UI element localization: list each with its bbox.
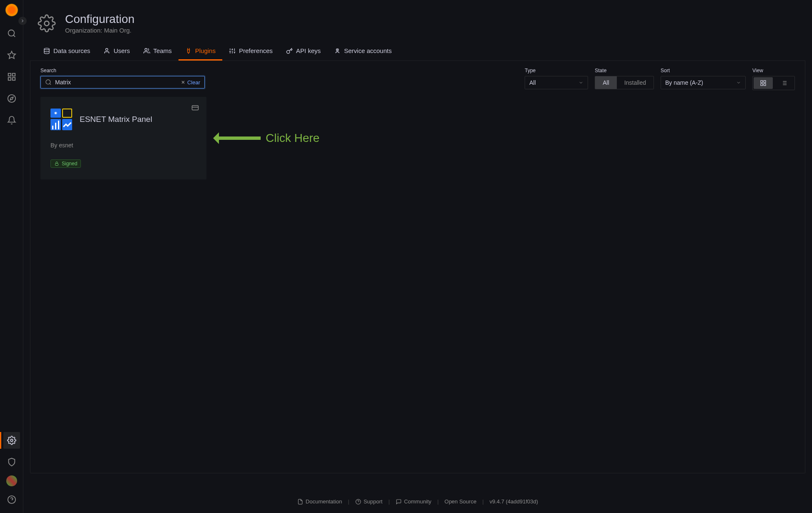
- chat-icon: [396, 499, 402, 505]
- state-label: State: [595, 68, 654, 73]
- tab-bar: Data sources Users Teams Plugins Prefere…: [30, 42, 805, 61]
- svg-point-14: [106, 48, 108, 51]
- tab-teams[interactable]: Teams: [137, 42, 178, 61]
- svg-rect-6: [8, 78, 10, 80]
- view-label: View: [752, 68, 795, 73]
- plugin-card[interactable]: ◉ ESNET Matrix Panel By esnet Signed: [40, 97, 206, 179]
- svg-rect-41: [55, 164, 58, 166]
- sort-select[interactable]: By name (A-Z): [661, 76, 746, 89]
- svg-point-0: [8, 30, 14, 36]
- help-icon: [355, 499, 361, 505]
- svg-rect-31: [761, 81, 763, 83]
- filter-bar: Search Clear Type All: [40, 68, 795, 90]
- help-icon[interactable]: [3, 491, 20, 508]
- tab-api-keys[interactable]: API keys: [279, 42, 327, 61]
- close-icon: [181, 80, 186, 85]
- svg-point-12: [45, 21, 49, 25]
- chevron-down-icon: [578, 80, 583, 85]
- footer-open-source[interactable]: Open Source: [445, 498, 477, 505]
- list-view-button[interactable]: [774, 77, 794, 89]
- state-installed-button[interactable]: Installed: [617, 76, 654, 89]
- list-icon: [781, 80, 787, 86]
- state-radio-group: All Installed: [595, 76, 654, 89]
- svg-rect-5: [12, 78, 15, 80]
- shield-icon[interactable]: [3, 454, 20, 470]
- svg-point-13: [44, 48, 49, 50]
- footer-version[interactable]: v9.4.7 (4add91f03d): [490, 498, 538, 505]
- svg-point-9: [10, 439, 13, 442]
- tab-preferences[interactable]: Preferences: [222, 42, 279, 61]
- grid-view-button[interactable]: [754, 77, 773, 89]
- page-header: Configuration Organization: Main Org.: [30, 0, 805, 42]
- search-input-wrapper[interactable]: Clear: [40, 76, 205, 88]
- svg-point-7: [8, 95, 15, 102]
- svg-rect-4: [12, 73, 15, 76]
- tab-data-sources[interactable]: Data sources: [37, 42, 97, 61]
- alerting-icon[interactable]: [3, 112, 20, 129]
- search-icon: [45, 79, 52, 86]
- tab-users[interactable]: Users: [97, 42, 136, 61]
- plugin-logo: ◉: [50, 109, 72, 130]
- type-label: Type: [525, 68, 588, 73]
- search-icon[interactable]: [3, 25, 20, 42]
- tab-plugins[interactable]: Plugins: [178, 42, 222, 61]
- document-icon: [297, 499, 303, 505]
- svg-marker-2: [8, 51, 15, 58]
- svg-line-1: [13, 35, 15, 37]
- clear-button[interactable]: Clear: [181, 79, 200, 86]
- lock-icon: [54, 161, 59, 166]
- explore-icon[interactable]: [3, 90, 20, 107]
- svg-rect-3: [8, 73, 10, 76]
- svg-point-27: [46, 80, 50, 84]
- search-input[interactable]: [55, 79, 181, 86]
- gear-icon: [37, 13, 57, 33]
- view-toggle: [752, 76, 795, 90]
- main-content: Configuration Organization: Main Org. Da…: [23, 0, 812, 513]
- search-label: Search: [40, 68, 205, 73]
- tab-service-accounts[interactable]: Service accounts: [327, 42, 398, 61]
- sidebar: [0, 0, 23, 513]
- panel-type-icon: [191, 104, 199, 113]
- svg-marker-8: [10, 97, 13, 100]
- dashboards-icon[interactable]: [3, 68, 20, 85]
- footer-support[interactable]: Support: [355, 498, 383, 505]
- plugin-title: ESNET Matrix Panel: [80, 115, 152, 124]
- sort-label: Sort: [661, 68, 746, 73]
- state-all-button[interactable]: All: [595, 76, 617, 89]
- svg-rect-33: [764, 83, 766, 86]
- page-subtitle: Organization: Main Org.: [65, 27, 135, 34]
- grafana-logo[interactable]: [5, 3, 18, 17]
- expand-sidebar-button[interactable]: [18, 17, 27, 25]
- svg-rect-32: [764, 81, 766, 83]
- svg-line-28: [50, 83, 51, 85]
- plugin-author: By esnet: [50, 142, 196, 149]
- footer: Documentation | Support | Community | Op…: [30, 473, 805, 513]
- svg-point-26: [337, 49, 337, 50]
- grid-icon: [760, 80, 767, 86]
- svg-rect-42: [192, 106, 199, 110]
- page-title: Configuration: [65, 13, 135, 26]
- footer-documentation[interactable]: Documentation: [297, 498, 342, 505]
- annotation: Click Here: [215, 131, 319, 145]
- svg-rect-34: [761, 83, 763, 86]
- user-avatar[interactable]: [6, 475, 17, 486]
- star-icon[interactable]: [3, 47, 20, 63]
- type-select[interactable]: All: [525, 76, 588, 89]
- svg-point-15: [145, 48, 147, 51]
- footer-community[interactable]: Community: [396, 498, 432, 505]
- configuration-icon[interactable]: [3, 432, 20, 449]
- chevron-down-icon: [736, 80, 741, 85]
- signed-badge: Signed: [50, 159, 81, 168]
- arrow-icon: [215, 136, 261, 140]
